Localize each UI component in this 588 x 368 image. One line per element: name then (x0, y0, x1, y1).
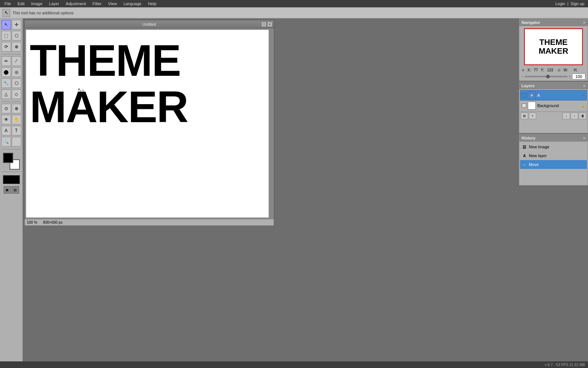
menu-layer[interactable]: Layer (46, 1, 62, 7)
menu-view[interactable]: View (105, 1, 120, 7)
layer-name-bg: Background (537, 103, 580, 108)
layers-move-down[interactable]: ↓ (563, 113, 570, 119)
tool-burn[interactable]: ⊕ (12, 104, 21, 113)
window-close[interactable]: × (267, 22, 272, 27)
history-item-move[interactable]: ↔ Move (520, 160, 587, 169)
quick-mask-btn[interactable] (3, 175, 20, 184)
history-name-new-image: New Image (529, 145, 549, 149)
tool-zoom[interactable]: 🔍 (1, 137, 11, 146)
tool-rect-select[interactable]: ⬚ (1, 31, 11, 40)
tool-triangle[interactable]: △ (1, 89, 11, 99)
navigator-zoom-input[interactable] (572, 74, 585, 79)
navigator-panel: Navigator × THEME MAKER ⊕ X: 77 Y: 133 (519, 18, 588, 81)
history-item-new-layer[interactable]: A New layer (520, 151, 587, 160)
tool-group-crop: ⟳ ⊕ (1, 42, 21, 52)
toolbar: ↖ This tool has no additional options (0, 7, 588, 18)
history-header: History × (519, 134, 588, 142)
tool-zoom2[interactable] (12, 137, 21, 146)
coord-w-label: W: (563, 68, 568, 72)
workspace: ↖ ✛ ⬚ ⬡ ⟳ ⊕ ✏ ∕ ⬤ ◎ 🔧 ⬡ △ ◇ ⊙ (0, 18, 588, 368)
coord-y-label: Y: (541, 68, 544, 72)
canvas-size: 800×600 px (43, 220, 62, 224)
menu-bar: File Edit Image Layer Adjustment Filter … (0, 0, 588, 7)
layer-visibility-a[interactable] (522, 93, 526, 98)
history-icon-new-layer: A (521, 153, 527, 159)
history-name-new-layer: New layer (529, 153, 547, 158)
menu-language[interactable]: Language (121, 1, 144, 7)
layers-move-up[interactable]: ↑ (571, 113, 578, 119)
tool-text2[interactable]: T (12, 126, 21, 135)
tool-group-paint: ✏ ∕ (1, 56, 21, 66)
layers-delete[interactable]: 🗑 (579, 113, 586, 119)
menu-filter[interactable]: Filter (90, 1, 104, 7)
document-titlebar[interactable]: Untitled □ × (25, 20, 274, 28)
document-statusbar: 100 % 800×600 px (25, 219, 274, 226)
menu-help[interactable]: Help (145, 1, 159, 7)
tool-clone[interactable]: 🔧 (1, 78, 11, 88)
navigator-zoom-handle[interactable] (546, 75, 550, 78)
layers-close[interactable]: × (583, 84, 585, 88)
navigator-zoom-slider[interactable] (525, 76, 567, 77)
tool-lasso[interactable]: ⬡ (12, 31, 21, 40)
tool-crop[interactable]: ⟳ (1, 42, 11, 52)
menu-adjustment[interactable]: Adjustment (63, 1, 89, 7)
layers-add[interactable]: + (529, 113, 536, 119)
zoom-in-icon[interactable]: + (569, 75, 571, 78)
canvas-text-line1: THEME (30, 37, 180, 84)
tool-eyedropper[interactable]: ⊕ (12, 42, 21, 52)
tool-text[interactable]: A (1, 126, 11, 135)
tool-fill[interactable]: ⬤ (1, 67, 11, 77)
auth-links: Login | Sign up (553, 1, 587, 7)
tool-select-add[interactable]: ✛ (12, 20, 21, 29)
tool-gradient[interactable]: ◎ (12, 67, 21, 77)
coord-group-2: ⊞ W: H: (557, 68, 580, 72)
history-title: History (521, 136, 535, 140)
layer-thumb-a: A (528, 91, 536, 99)
right-panels: Navigator × THEME MAKER ⊕ X: 77 Y: 133 (519, 18, 588, 368)
layers-list: A A ✓ Background 🔒 (519, 89, 588, 112)
foreground-color-swatch[interactable] (3, 153, 13, 163)
window-maximize[interactable]: □ (261, 22, 266, 27)
coord-size-icon: ⊞ (557, 68, 560, 72)
tool-heal[interactable]: ⬡ (12, 78, 21, 88)
tool-hint: This tool has no additional options (12, 11, 74, 15)
tool-group-text: A T (1, 126, 21, 135)
tool-diamond[interactable]: ◇ (12, 89, 21, 99)
layers-new-group[interactable]: ⊞ (521, 113, 528, 119)
menu-edit[interactable]: Edit (15, 1, 28, 7)
zoom-out-icon[interactable]: − (521, 75, 523, 78)
canvas-text-line2: MAKER (30, 84, 188, 130)
layer-item-a[interactable]: A A ✓ (520, 90, 587, 100)
layer-name-a: A (537, 93, 581, 98)
tool-brush[interactable]: ✏ (1, 56, 11, 66)
tool-pen[interactable]: ∕ (12, 56, 21, 66)
tool-move[interactable]: ↖ (1, 20, 11, 29)
status-bar: v 6.7 - 53 FPS 21.62 MB (0, 361, 588, 368)
view-mode-2[interactable]: ▤ (12, 186, 19, 194)
tools-panel: ↖ ✛ ⬚ ⬡ ⟳ ⊕ ✏ ∕ ⬤ ◎ 🔧 ⬡ △ ◇ ⊙ (0, 18, 23, 368)
canvas[interactable]: THEME MAKER ↖+ (26, 30, 269, 217)
tool-view[interactable]: 👁 (1, 115, 11, 124)
menu-file[interactable]: File (1, 1, 14, 7)
navigator-close[interactable]: × (583, 20, 585, 25)
history-item-new-image[interactable]: 🖼 New Image (520, 142, 587, 151)
coord-x-value: 77 (534, 68, 538, 72)
tool-group-select: ↖ ✛ (1, 20, 21, 29)
navigator-zoom-row: − + (519, 73, 588, 80)
layer-item-background[interactable]: Background 🔒 (520, 100, 587, 111)
tool-dodge[interactable]: ⊙ (1, 104, 11, 113)
signup-link[interactable]: Sign up (569, 1, 587, 7)
menu-image[interactable]: Image (28, 1, 46, 7)
color-swatch-area (3, 153, 20, 170)
tool-group-rect: ⬚ ⬡ (1, 31, 21, 40)
nav-text-1: THEME (539, 38, 568, 47)
tool-group-zoom: 🔍 (1, 137, 21, 146)
tool-hand[interactable]: ✋ (12, 115, 21, 124)
coord-y-value: 133 (547, 68, 553, 72)
history-icon-move: ↔ (521, 162, 527, 167)
layer-visibility-bg[interactable] (522, 103, 526, 108)
view-mode-1[interactable]: ▣ (4, 186, 11, 194)
history-close[interactable]: × (583, 136, 585, 140)
login-link[interactable]: Login (553, 1, 567, 7)
tool-group-shapes: △ ◇ (1, 89, 21, 99)
